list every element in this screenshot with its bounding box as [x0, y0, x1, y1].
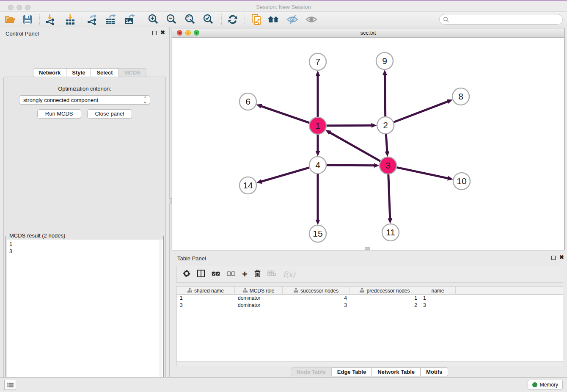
result-scrollbar[interactable] — [159, 240, 162, 392]
column-header-shared-name[interactable]: shared name — [177, 287, 235, 295]
function-builder-icon[interactable]: f(x) — [283, 270, 295, 279]
clone-network-icon[interactable] — [250, 14, 263, 25]
tab-mcds[interactable]: MCDS — [119, 68, 146, 77]
graph-node-9[interactable]: 9 — [376, 52, 393, 69]
criterion-dropdown[interactable]: strongly connected component ⌃⌃ — [19, 95, 150, 105]
search-field[interactable] — [439, 14, 563, 25]
hide-selection-icon[interactable] — [286, 14, 299, 25]
edge-3-11[interactable] — [388, 174, 390, 219]
import-table-icon[interactable] — [64, 14, 77, 25]
edge-1-6[interactable] — [261, 106, 309, 123]
apply-layout-icon[interactable] — [226, 14, 239, 25]
table-hscrollbar[interactable] — [176, 361, 563, 366]
float-panel-button[interactable] — [152, 31, 157, 35]
edge-2-8[interactable] — [394, 101, 448, 122]
export-table-icon[interactable] — [105, 14, 117, 25]
node-table: shared nameMCDS rolesuccessor nodesprede… — [176, 286, 563, 361]
toolbar-separator — [142, 14, 142, 25]
zoom-in-icon[interactable] — [147, 14, 160, 25]
column-header-predecessor-nodes[interactable]: predecessor nodes — [350, 287, 420, 295]
table-cell[interactable]: dominator — [235, 295, 283, 302]
edge-3-1[interactable] — [330, 133, 380, 161]
edge-2-9[interactable] — [385, 75, 385, 116]
edge-2-3[interactable] — [386, 134, 387, 152]
save-session-icon[interactable] — [21, 14, 34, 25]
column-header-name[interactable]: name — [420, 287, 456, 295]
table-row[interactable]: 1dominator411 — [177, 295, 563, 302]
status-bar: Memory — [0, 377, 567, 392]
graph-node-2[interactable]: 2 — [377, 117, 394, 134]
mcds-result-textarea[interactable]: 1 3 — [7, 240, 163, 392]
table-panel: Table Panel ✖ + f(x) shared nameMCDS rol… — [172, 252, 567, 377]
table-cell[interactable]: dominator — [235, 302, 283, 309]
search-icon — [443, 17, 449, 22]
edge-4-3[interactable] — [327, 165, 374, 166]
deselect-all-icon[interactable] — [227, 270, 235, 279]
tab-network[interactable]: Network — [33, 68, 66, 77]
export-network-icon[interactable] — [86, 14, 99, 25]
graph-node-14[interactable]: 14 — [239, 177, 256, 194]
graph-node-10[interactable]: 10 — [453, 173, 470, 190]
run-mcds-button[interactable]: Run MCDS — [37, 109, 81, 119]
table-cell[interactable]: 2 — [350, 302, 420, 309]
graph-node-8[interactable]: 8 — [452, 88, 469, 105]
delete-table-icon[interactable] — [267, 270, 276, 279]
graph-node-7[interactable]: 7 — [309, 53, 326, 70]
mcds-panel-body: Optimization criterion: strongly connect… — [3, 77, 166, 392]
table-settings-gear-icon[interactable] — [183, 270, 190, 279]
table-cell[interactable]: 4 — [283, 295, 350, 302]
column-header-successor-nodes[interactable]: successor nodes — [283, 287, 350, 295]
select-all-icon[interactable] — [212, 270, 220, 279]
tab-edge-table[interactable]: Edge Table — [332, 367, 372, 376]
graph-node-3[interactable]: 3 — [380, 157, 396, 174]
graph-node-15[interactable]: 15 — [309, 225, 326, 242]
tab-motifs[interactable]: Motifs — [421, 367, 448, 376]
open-session-icon[interactable] — [3, 14, 16, 25]
graph-node-4[interactable]: 4 — [309, 157, 326, 174]
column-header-MCDS-role[interactable]: MCDS role — [235, 287, 283, 295]
zoom-fit-icon[interactable] — [184, 14, 196, 25]
tab-select[interactable]: Select — [91, 68, 118, 77]
export-image-icon[interactable] — [123, 14, 136, 25]
edge-1-2[interactable] — [327, 125, 372, 126]
close-panel-button-inner[interactable]: Close panel — [87, 109, 132, 119]
edge-4-14[interactable] — [261, 168, 309, 182]
search-input[interactable] — [449, 16, 562, 22]
tab-style[interactable]: Style — [66, 68, 91, 77]
reset-view-icon[interactable] — [267, 14, 280, 25]
svg-text:7: 7 — [315, 57, 320, 66]
column-tree-icon — [360, 288, 364, 293]
table-cell[interactable]: 3 — [420, 302, 456, 309]
svg-text:2: 2 — [383, 120, 388, 130]
close-panel-button[interactable]: ✖ — [160, 29, 165, 36]
zoom-out-icon[interactable] — [165, 14, 178, 25]
table-cell[interactable]: 1 — [420, 295, 456, 302]
table-row[interactable]: 3dominator323 — [177, 302, 563, 309]
memory-button[interactable]: Memory — [528, 380, 563, 390]
memory-status-dot — [532, 382, 537, 387]
network-canvas[interactable]: 7968124314101511 — [172, 38, 564, 250]
close-table-panel-button[interactable]: ✖ — [559, 254, 564, 260]
task-history-button[interactable] — [4, 380, 16, 390]
add-column-icon[interactable]: + — [242, 271, 248, 277]
table-cell[interactable]: 3 — [283, 302, 350, 309]
import-network-icon[interactable] — [44, 14, 57, 25]
mcds-result-fieldset: MCDS result (2 nodes) 1 3 — [6, 236, 164, 392]
column-browser-icon[interactable] — [197, 270, 205, 279]
tab-network-table[interactable]: Network Table — [372, 367, 421, 376]
zoom-selected-icon[interactable] — [202, 14, 215, 25]
window-resize-handle[interactable] — [365, 247, 370, 250]
optimization-criterion-label: Optimization criterion: — [4, 86, 165, 92]
show-selection-icon[interactable] — [305, 14, 318, 25]
graph-node-11[interactable]: 11 — [382, 224, 399, 241]
float-table-panel-button[interactable] — [551, 256, 556, 260]
delete-trash-icon[interactable] — [254, 270, 261, 279]
graph-node-6[interactable]: 6 — [239, 93, 256, 110]
graph-node-1[interactable]: 1 — [309, 117, 326, 134]
table-cell[interactable]: 1 — [177, 295, 235, 302]
edge-3-10[interactable] — [397, 167, 449, 178]
table-cell[interactable]: 1 — [350, 295, 420, 302]
network-window-titlebar[interactable]: ✕ − + scc.txt — [172, 28, 564, 38]
tab-node-table[interactable]: Node Table — [291, 367, 332, 376]
table-cell[interactable]: 3 — [177, 302, 235, 309]
